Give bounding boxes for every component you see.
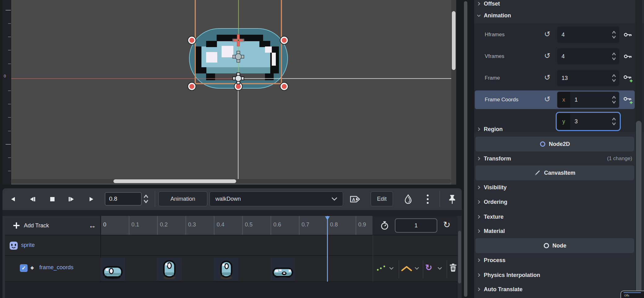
2d-viewport[interactable] bbox=[2, 0, 456, 185]
playhead-marker[interactable] bbox=[324, 216, 330, 221]
play-back-end-icon bbox=[29, 196, 36, 202]
inspector-scrollbar-thumb[interactable] bbox=[636, 121, 642, 296]
viewport-vscrollbar-thumb[interactable] bbox=[452, 11, 456, 70]
keyframe-thumbnail-1[interactable] bbox=[157, 258, 182, 281]
chevron-right-icon bbox=[477, 156, 481, 161]
interpolation-mode-dropdown[interactable] bbox=[414, 266, 420, 270]
add-track-button[interactable]: Add Track ↔ bbox=[2, 216, 100, 235]
dock-splitter-handle[interactable] bbox=[464, 1, 467, 297]
frame-coords-y-input[interactable]: y 3 bbox=[557, 113, 619, 129]
stepper-updown-icon[interactable] bbox=[611, 73, 617, 83]
section-transform[interactable]: Transform bbox=[477, 154, 511, 163]
revert-icon[interactable]: ↺ bbox=[542, 51, 552, 60]
edit-button[interactable]: Edit bbox=[371, 191, 393, 206]
revert-icon[interactable]: ↺ bbox=[542, 30, 552, 38]
key-add-icon[interactable] bbox=[622, 94, 634, 105]
update-mode-button[interactable] bbox=[376, 264, 387, 272]
stepper-updown-icon bbox=[143, 193, 149, 204]
track-node-name[interactable]: sprite bbox=[21, 242, 35, 248]
svg-text:A: A bbox=[352, 197, 355, 202]
hframes-input[interactable]: 4 bbox=[557, 27, 619, 43]
section-texture[interactable]: Texture bbox=[477, 213, 504, 221]
viewport-canvas bbox=[2, 0, 456, 185]
panel-vscrollbar-thumb[interactable] bbox=[458, 231, 461, 283]
loop-wrap-mode-icon[interactable]: ↻ bbox=[425, 263, 432, 273]
controls-separator bbox=[399, 260, 399, 278]
section-offset[interactable]: Offset bbox=[477, 0, 500, 8]
timeline-length-controls: 1 ↻ bbox=[373, 216, 462, 235]
section-process[interactable]: Process bbox=[477, 256, 505, 265]
more-options-button[interactable] bbox=[422, 194, 433, 204]
keyframe-thumbnail-2[interactable] bbox=[214, 258, 238, 281]
section-ordering[interactable]: Ordering bbox=[477, 198, 507, 206]
tick-label: 0.1 bbox=[131, 221, 139, 228]
frame-input[interactable]: 13 bbox=[557, 70, 619, 86]
stepper-updown-icon[interactable] bbox=[611, 51, 617, 62]
track-property-name[interactable]: frame_coords bbox=[39, 264, 73, 271]
autoplay-on-load-button[interactable]: A bbox=[348, 194, 362, 204]
section-visibility[interactable]: Visibility bbox=[477, 183, 507, 192]
play-from-start-button[interactable] bbox=[66, 194, 77, 204]
category-node2d[interactable]: Node2D bbox=[475, 137, 634, 151]
handle-left[interactable] bbox=[188, 36, 196, 44]
play-button[interactable] bbox=[87, 194, 96, 204]
frame-coords-x-input[interactable]: x 1 bbox=[557, 92, 619, 108]
stepper-updown-icon[interactable] bbox=[611, 94, 617, 105]
playhead-line[interactable] bbox=[327, 216, 328, 282]
vframes-input[interactable]: 4 bbox=[557, 48, 619, 64]
animation-name-dropdown[interactable]: walkDown bbox=[210, 191, 343, 206]
revert-icon[interactable]: ↺ bbox=[542, 95, 552, 103]
handle-bottom-right[interactable] bbox=[280, 82, 288, 90]
interpolation-mode-button[interactable] bbox=[400, 265, 413, 272]
section-physics-interpolation[interactable]: Physics Interpolation bbox=[477, 271, 540, 279]
tick-label: 0 bbox=[103, 221, 106, 228]
play-backwards-button[interactable] bbox=[8, 194, 18, 204]
onion-skinning-button[interactable] bbox=[402, 194, 415, 204]
key-icon[interactable] bbox=[622, 51, 634, 62]
frame-coords-label: Frame Coords bbox=[485, 97, 547, 103]
section-auto-translate[interactable]: Auto Translate bbox=[477, 285, 523, 294]
keyframe-thumbnail-3[interactable] bbox=[271, 258, 295, 281]
viewport-hscrollbar-thumb[interactable] bbox=[113, 179, 236, 183]
canvasitem-icon bbox=[534, 169, 541, 176]
handle-bottom-left[interactable] bbox=[188, 82, 196, 90]
row-separator bbox=[2, 235, 462, 235]
section-animation[interactable]: Animation bbox=[477, 11, 511, 20]
controls-separator bbox=[447, 260, 447, 278]
controls-separator bbox=[423, 260, 423, 278]
update-mode-dropdown[interactable] bbox=[389, 266, 394, 270]
delete-track-button[interactable] bbox=[449, 263, 457, 272]
add-track-label: Add Track bbox=[24, 222, 49, 229]
resize-timeline-icon[interactable]: ↔ bbox=[89, 221, 96, 230]
key-icon[interactable] bbox=[622, 29, 634, 40]
animation-menu-button[interactable]: Animation bbox=[158, 191, 207, 206]
interpolation-nearest-icon bbox=[400, 265, 413, 272]
toolbar-separator bbox=[439, 191, 440, 207]
track-enabled-checkbox[interactable]: ✓ bbox=[20, 264, 28, 272]
stepper-updown-icon[interactable] bbox=[611, 29, 617, 40]
loop-animation-icon[interactable]: ↻ bbox=[443, 220, 450, 230]
play-backwards-icon bbox=[10, 196, 16, 202]
section-region[interactable]: Region bbox=[477, 125, 503, 134]
animation-menu-label: Animation bbox=[170, 196, 195, 202]
section-material[interactable]: Material bbox=[477, 227, 505, 235]
timeline-ruler[interactable]: 0 0.1 0.2 0.3 0.4 0.5 0.6 0.7 0.8 0.9 bbox=[100, 216, 373, 235]
category-canvasitem[interactable]: CanvasItem bbox=[475, 165, 634, 180]
autoplay-icon: A bbox=[349, 194, 361, 204]
category-node[interactable]: Node bbox=[475, 238, 634, 253]
key-add-icon[interactable] bbox=[622, 73, 634, 83]
stepper-updown-icon[interactable] bbox=[611, 116, 617, 127]
chevron-down-icon bbox=[414, 266, 420, 270]
playback-position-input[interactable]: 0.8 bbox=[105, 192, 142, 206]
loop-wrap-dropdown[interactable] bbox=[437, 266, 443, 270]
keyframe-thumbnail-0[interactable] bbox=[100, 258, 125, 281]
position-stepper[interactable] bbox=[143, 193, 149, 204]
animation-length-input[interactable]: 1 bbox=[395, 218, 437, 233]
sprite2d-node-icon bbox=[9, 241, 18, 250]
pin-animation-player-button[interactable] bbox=[446, 194, 459, 204]
revert-icon[interactable]: ↺ bbox=[542, 73, 552, 82]
play-backwards-from-end-button[interactable] bbox=[27, 194, 38, 204]
check-icon: ✓ bbox=[21, 265, 26, 271]
handle-right[interactable] bbox=[280, 36, 288, 44]
stop-button[interactable] bbox=[47, 194, 58, 204]
